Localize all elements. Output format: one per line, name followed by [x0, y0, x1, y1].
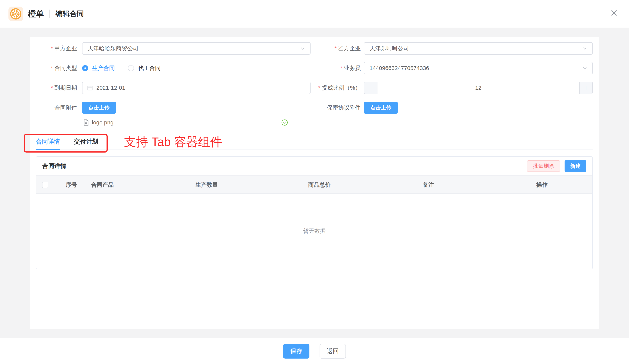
radio-unselected-icon — [128, 65, 134, 71]
back-button[interactable]: 返回 — [319, 344, 346, 359]
annotation-text: 支持 Tab 容器组件 — [124, 132, 222, 151]
contract-detail-panel: 合同详情 批量删除 新建 序号 合同产品 生产数量 商品总价 备注 操作 暂无数… — [36, 156, 593, 269]
empty-table-placeholder: 暂无数据 — [36, 194, 592, 269]
select-all-checkbox[interactable] — [42, 182, 48, 188]
radio-production-contract[interactable]: 生产合同 — [82, 64, 115, 72]
required-marker: * — [340, 65, 342, 71]
footer-bar: 保存 返回 — [0, 338, 629, 364]
increase-button[interactable]: + — [579, 82, 592, 94]
expire-date-label: * 到期日期 — [30, 82, 77, 94]
batch-delete-button[interactable]: 批量删除 — [527, 160, 560, 172]
party-b-value: 天津乐呵呵公司 — [364, 45, 582, 52]
radio-selected-icon — [82, 65, 88, 71]
required-marker: * — [318, 85, 320, 91]
file-name: logo.png — [92, 119, 114, 126]
required-marker: * — [51, 85, 53, 91]
required-marker: * — [334, 45, 337, 52]
edit-contract-card: * 甲方企业 天津哈哈乐商贸公司 * 乙方企业 天津乐呵呵公司 * 合同类型 生… — [30, 37, 599, 329]
nda-attachment-label: 保密协议附件 — [286, 102, 361, 114]
column-header-actions: 操作 — [536, 176, 548, 194]
salesman-select[interactable]: 1440966324770574336 — [364, 62, 593, 74]
commission-label: * 提成比例（%） — [286, 82, 361, 94]
tabs-underline — [36, 150, 593, 150]
app-logo — [8, 6, 23, 21]
uploaded-file-item[interactable]: logo.png — [83, 118, 311, 127]
salesman-value: 1440966324770574336 — [364, 65, 582, 71]
party-a-label: * 甲方企业 — [30, 42, 77, 55]
column-header-remark: 备注 — [423, 176, 434, 194]
expire-date-value: 2021-12-01 — [93, 85, 129, 91]
salesman-label: * 业务员 — [286, 62, 361, 74]
tab-bar: 合同详情 交付计划 — [36, 138, 98, 150]
party-b-select[interactable]: 天津乐呵呵公司 — [364, 42, 593, 55]
expire-date-input[interactable]: 2021-12-01 — [82, 82, 311, 94]
column-header-total: 商品总价 — [308, 176, 331, 194]
commission-stepper: − 12 + — [364, 82, 593, 94]
column-header-product: 合同产品 — [91, 176, 114, 194]
nda-upload-button[interactable]: 点击上传 — [364, 102, 398, 114]
panel-header: 合同详情 批量删除 新建 — [36, 157, 592, 176]
party-b-label: * 乙方企业 — [286, 42, 361, 55]
upload-success-icon — [281, 119, 288, 126]
party-a-value: 天津哈哈乐商贸公司 — [82, 45, 300, 52]
chevron-down-icon — [582, 66, 588, 71]
table-header-row: 序号 合同产品 生产数量 商品总价 备注 操作 — [36, 176, 592, 194]
column-header-index: 序号 — [66, 176, 77, 194]
tab-delivery-plan[interactable]: 交付计划 — [74, 138, 98, 150]
create-button[interactable]: 新建 — [565, 160, 586, 172]
close-icon[interactable]: ✕ — [610, 8, 618, 18]
orange-fruit-icon — [9, 7, 22, 20]
contract-type-label: * 合同类型 — [30, 62, 77, 74]
header-divider — [49, 9, 50, 18]
app-name: 橙单 — [28, 9, 44, 19]
chevron-down-icon — [582, 46, 588, 51]
radio-oem-contract[interactable]: 代工合同 — [128, 64, 161, 72]
party-a-select[interactable]: 天津哈哈乐商贸公司 — [82, 42, 311, 55]
contract-type-radio-group: 生产合同 代工合同 — [82, 62, 161, 74]
contract-upload-button[interactable]: 点击上传 — [82, 102, 116, 114]
required-marker: * — [51, 45, 53, 52]
document-icon — [83, 119, 89, 126]
column-header-quantity: 生产数量 — [195, 176, 218, 194]
decrease-button[interactable]: − — [364, 82, 377, 94]
app-header: 橙单 编辑合同 ✕ — [0, 0, 629, 28]
panel-title: 合同详情 — [42, 162, 66, 170]
page-title: 编辑合同 — [55, 9, 84, 19]
tab-contract-detail[interactable]: 合同详情 — [36, 138, 60, 150]
calendar-icon — [87, 85, 93, 91]
commission-value[interactable]: 12 — [377, 82, 579, 94]
save-button[interactable]: 保存 — [283, 344, 310, 359]
contract-attachment-label: 合同附件 — [30, 102, 77, 114]
required-marker: * — [51, 65, 53, 71]
